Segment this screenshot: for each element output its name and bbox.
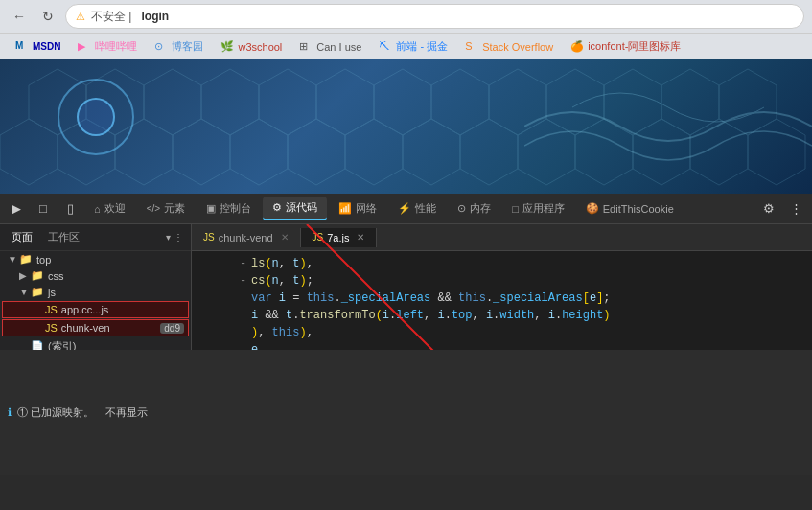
- wave-lines: [524, 59, 812, 194]
- device-button[interactable]: ▯: [58, 197, 82, 221]
- bookmark-juejin[interactable]: ⛏ 前端 - 掘金: [371, 37, 455, 56]
- code-line-2: - cs(n, t);: [192, 272, 812, 290]
- item-label: css: [48, 270, 187, 282]
- svg-marker-19: [345, 119, 403, 185]
- svg-marker-20: [403, 119, 460, 185]
- address-url: login: [141, 10, 169, 23]
- file-tree-panel: 页面 工作区 ▾ ⋮ 📁 top 📁 css: [0, 224, 192, 350]
- home-icon: ⌂: [94, 203, 101, 215]
- arrow-js: [19, 287, 31, 297]
- address-protocol: 不安全 | login: [91, 9, 794, 25]
- file-tree-header: 页面 工作区 ▾ ⋮: [0, 224, 191, 251]
- tab-close-button[interactable]: ✕: [281, 232, 289, 243]
- bookmark-stackoverflow[interactable]: S Stack Overflow: [457, 38, 561, 56]
- folder-icon: 📁: [31, 286, 44, 298]
- memory-icon: ⊙: [457, 202, 466, 215]
- code-line-4: i && t.transformTo(i.left, i.top, i.widt…: [192, 307, 812, 324]
- js-tab-icon-active: JS: [313, 232, 324, 243]
- file-tree-item-chunk[interactable]: JS chunk-ven dd9: [2, 319, 189, 336]
- w3school-icon: 🌿: [220, 40, 234, 54]
- file-tree-item-js[interactable]: 📁 js: [0, 284, 191, 300]
- inspect-button[interactable]: □: [31, 197, 56, 221]
- tab-memory[interactable]: ⊙ 内存: [448, 197, 500, 220]
- dismiss-button[interactable]: 不再显示: [100, 404, 153, 422]
- more-button[interactable]: ⋮: [783, 197, 808, 221]
- item-badge: dd9: [160, 323, 184, 334]
- tab-elements[interactable]: </> 元素: [137, 197, 195, 220]
- bookmark-w3school[interactable]: 🌿 w3school: [213, 38, 290, 56]
- stackoverflow-icon: S: [465, 40, 478, 54]
- tab-performance[interactable]: ⚡ 性能: [388, 197, 446, 220]
- code-tab-chunk[interactable]: JS chunk-vend ✕: [192, 228, 301, 247]
- svg-marker-7: [431, 69, 489, 135]
- elements-icon: </>: [147, 203, 160, 214]
- item-label: top: [36, 254, 187, 266]
- cookie-icon: 🍪: [586, 202, 599, 215]
- item-label: (索引): [48, 339, 187, 350]
- status-text: ① 已加源映射。: [17, 406, 94, 420]
- tab-label-active: 7a.js: [327, 232, 349, 243]
- svg-marker-6: [374, 69, 431, 135]
- juejin-icon: ⛏: [379, 40, 392, 54]
- devtools-statusbar: ℹ ① 已加源映射。 不再显示: [0, 350, 812, 475]
- folder-icon: 📁: [19, 253, 33, 266]
- bookmark-canuse[interactable]: ⊞ Can I use: [291, 38, 369, 56]
- svg-marker-5: [316, 69, 374, 135]
- tab-page[interactable]: 页面: [8, 228, 36, 246]
- bookmark-iconfont[interactable]: 🍊 iconfont-阿里图标库: [563, 37, 688, 56]
- file-tree-item-top[interactable]: 📁 top: [0, 251, 191, 267]
- svg-marker-3: [201, 69, 259, 135]
- js-file-icon: JS: [45, 322, 58, 334]
- tab-close-active-button[interactable]: ✕: [357, 232, 364, 243]
- bokeyuan-icon: ⊙: [154, 40, 168, 54]
- svg-marker-16: [173, 119, 230, 185]
- settings-button[interactable]: ⚙: [756, 197, 781, 221]
- canuse-icon: ⊞: [299, 40, 313, 54]
- item-label: app.cc...js: [61, 304, 184, 315]
- svg-marker-17: [230, 119, 288, 185]
- code-tab-7a[interactable]: JS 7a.js ✕: [301, 228, 378, 247]
- svg-marker-2: [144, 69, 201, 135]
- svg-marker-21: [460, 119, 518, 185]
- tab-application[interactable]: □ 应用程序: [502, 197, 574, 220]
- code-panel: JS chunk-vend ✕ JS 7a.js ✕ - ls(n, t),: [192, 224, 812, 350]
- back-button[interactable]: ←: [8, 5, 31, 28]
- arrow-top: [8, 254, 19, 265]
- tab-welcome[interactable]: ⌂ 欢迎: [84, 197, 135, 220]
- tab-network[interactable]: 📶 网络: [329, 197, 386, 220]
- code-line-1: - ls(n, t),: [192, 255, 812, 272]
- sources-icon: ⚙: [272, 201, 282, 214]
- network-icon: 📶: [338, 202, 352, 215]
- tab-editthiscookie[interactable]: 🍪 EditThisCookie: [576, 198, 684, 219]
- bilibili-icon: ▶: [78, 40, 91, 54]
- svg-marker-4: [259, 69, 316, 135]
- tab-label: chunk-vend: [219, 232, 273, 243]
- file-tree-item-index[interactable]: 📄 (索引): [0, 337, 191, 350]
- devtools-main: 页面 工作区 ▾ ⋮ 📁 top 📁 css: [0, 224, 812, 350]
- bookmark-msdn[interactable]: M MSDN: [8, 38, 68, 56]
- svg-marker-18: [288, 119, 345, 185]
- bookmark-bokeyuan[interactable]: ⊙ 博客园: [147, 37, 211, 56]
- js-tab-icon: JS: [203, 232, 215, 243]
- cursor-button[interactable]: ▶: [4, 197, 29, 221]
- tab-console[interactable]: ▣ 控制台: [197, 197, 261, 220]
- security-icon: ⚠: [76, 11, 85, 23]
- reload-button[interactable]: ↻: [36, 5, 59, 28]
- performance-icon: ⚡: [398, 202, 411, 215]
- devtools-panel: ▶ □ ▯ ⌂ 欢迎 </> 元素 ▣ 控制台 ⚙ 源代码 📶 网络 ⚡ 性能 …: [0, 194, 812, 475]
- console-icon: ▣: [206, 202, 216, 215]
- bookmark-bilibili[interactable]: ▶ 哔哩哔哩: [70, 37, 145, 56]
- file-tree-item-app[interactable]: JS app.cc...js: [2, 301, 189, 318]
- file-tree-dropdown[interactable]: ▾ ⋮: [166, 232, 183, 243]
- tab-workspace[interactable]: 工作区: [44, 228, 83, 246]
- info-icon: ℹ: [8, 406, 12, 419]
- item-label: chunk-ven: [61, 322, 156, 334]
- address-bar[interactable]: ⚠ 不安全 | login: [65, 4, 804, 29]
- file-tree-tabs: 页面 工作区: [8, 228, 83, 246]
- file-tree-item-css[interactable]: 📁 css: [0, 267, 191, 284]
- code-content[interactable]: - ls(n, t), - cs(n, t); var i = this._sp…: [192, 251, 812, 350]
- page-background: [0, 59, 812, 194]
- iconfont-icon: 🍊: [570, 40, 584, 54]
- tab-sources[interactable]: ⚙ 源代码: [263, 197, 327, 220]
- folder-icon: 📁: [31, 269, 44, 282]
